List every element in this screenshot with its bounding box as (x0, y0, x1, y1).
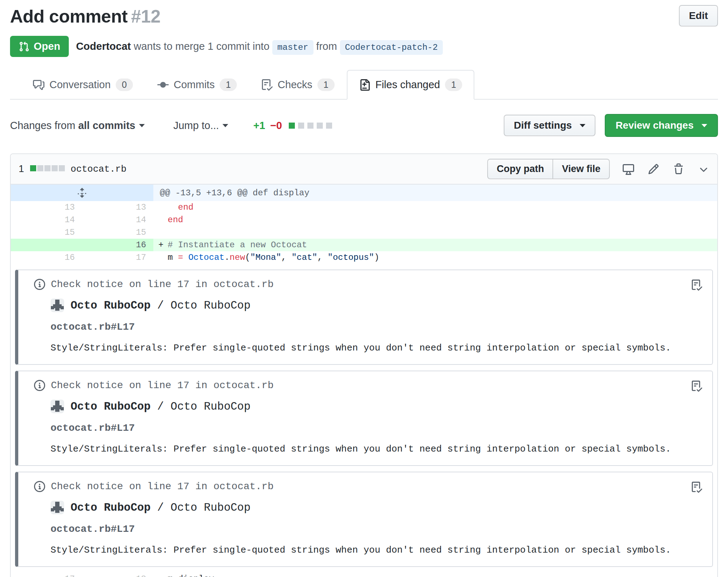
new-line-number[interactable]: 13 (82, 201, 153, 214)
old-line-number[interactable]: 13 (11, 201, 82, 214)
file-diffstat (29, 165, 65, 173)
delete-file-icon[interactable] (673, 163, 684, 175)
diffstat: +1 −0 (253, 120, 332, 132)
diffstat-block (326, 123, 332, 129)
diff-marker (158, 251, 168, 264)
new-line-number[interactable]: 18 (82, 573, 153, 577)
code-cell: m.display (153, 573, 717, 577)
pr-tab-nav: Conversation 0 Commits 1 Checks 1 Files … (10, 70, 718, 100)
tab-count: 1 (220, 78, 237, 91)
status-badge-label: Open (34, 40, 60, 52)
notice-header-text: Check notice on line 17 in octocat.rb (51, 481, 274, 492)
old-line-number[interactable]: 16 (11, 251, 82, 264)
info-icon (34, 279, 45, 290)
code-line: end (168, 215, 183, 225)
changes-from-selection: all commits (78, 120, 135, 132)
chevron-down-icon[interactable] (698, 163, 709, 175)
author-link[interactable]: Codertocat (76, 40, 131, 52)
new-line-number[interactable]: 16 (82, 239, 153, 251)
check-app-link[interactable]: Octo RuboCop / Octo RuboCop (51, 400, 701, 413)
additions-count: +1 (253, 120, 265, 132)
pull-request-page: Add comment#12 Edit Open Codertocat want… (0, 0, 728, 577)
checklist-icon (691, 482, 702, 493)
check-app-link[interactable]: Octo RuboCop / Octo RuboCop (51, 501, 701, 514)
code-cell: m = Octocat.new("Mona", "cat", "octopus"… (153, 251, 717, 264)
code-cell: +# Instantiate a new Octocat (153, 239, 717, 251)
git-pull-request-icon (19, 41, 29, 52)
file-name[interactable]: octocat.rb (71, 164, 126, 175)
rubocop-avatar (51, 400, 64, 413)
tab-label: Checks (278, 79, 312, 91)
caret-down-icon (580, 124, 585, 127)
diff-line-row: 16 +# Instantiate a new Octocat (11, 239, 717, 251)
expand-hunk-button[interactable] (11, 185, 153, 201)
review-changes-button[interactable]: Review changes (605, 114, 718, 137)
notice-header-text: Check notice on line 17 in octocat.rb (51, 279, 274, 290)
edit-button[interactable]: Edit (679, 5, 718, 27)
annotation-message: Style/StringLiterals: Prefer single-quot… (51, 444, 701, 454)
tab-label: Conversation (49, 79, 111, 91)
notice-header-row: Check notice on line 17 in octocat.rb (34, 380, 701, 391)
old-line-number[interactable] (11, 239, 82, 251)
annotation-message: Style/StringLiterals: Prefer single-quot… (51, 545, 701, 555)
edit-file-icon[interactable] (648, 163, 659, 175)
code-line: # Instantiate a new Octocat (168, 240, 307, 250)
old-line-number[interactable]: 15 (11, 226, 82, 239)
diff-rows-bottom: 17 18 m.display (11, 573, 717, 577)
notice-checks-button[interactable] (691, 482, 702, 495)
tab-count: 0 (116, 78, 133, 91)
diffstat-block-added (289, 123, 295, 129)
notice-header-row: Check notice on line 17 in octocat.rb (34, 279, 701, 290)
checklist-icon (261, 79, 273, 91)
copy-path-button[interactable]: Copy path (487, 159, 553, 179)
tab-commits[interactable]: Commits 1 (145, 70, 249, 100)
check-run-name: / Octo RuboCop (150, 400, 250, 413)
check-suite-name: Octo RuboCop (71, 299, 150, 312)
check-suite-name: Octo RuboCop (71, 400, 150, 413)
annotation-message: Style/StringLiterals: Prefer single-quot… (51, 343, 701, 353)
pr-meta: Open Codertocat wants to merge 1 commit … (10, 36, 718, 57)
file-header: 1 octocat.rb Copy path View file (11, 154, 717, 185)
diff-line-row: 15 15 (11, 226, 717, 239)
unfold-icon (77, 187, 87, 198)
diffstat-block (298, 123, 304, 129)
base-branch-label[interactable]: master (272, 40, 313, 55)
annotation-path: octocat.rb#L17 (51, 423, 701, 434)
check-app-link[interactable]: Octo RuboCop / Octo RuboCop (51, 299, 701, 312)
hunk-header-row: @@ -13,5 +13,6 @@ def display (11, 185, 717, 201)
tab-files-changed[interactable]: Files changed 1 (347, 70, 474, 100)
new-line-number[interactable]: 17 (82, 251, 153, 264)
diff-marker (158, 573, 168, 577)
new-line-number[interactable]: 15 (82, 226, 153, 239)
checklist-icon (691, 280, 702, 291)
jump-to-dropdown[interactable]: Jump to... (173, 120, 228, 132)
file-icon-actions (623, 163, 709, 175)
tab-conversation[interactable]: Conversation 0 (21, 70, 145, 100)
diff-settings-button[interactable]: Diff settings (504, 115, 595, 136)
notice-checks-button[interactable] (691, 280, 702, 293)
diff-marker (158, 226, 168, 239)
diffstat-block-added (30, 165, 36, 171)
changes-from-dropdown[interactable]: Changes from all commits (10, 120, 145, 132)
caret-down-icon (139, 124, 145, 127)
file-button-group: Copy path View file (487, 159, 610, 179)
diff-rows-top: 13 13 end 14 14 end 15 15 16 +# Instanti… (11, 201, 717, 264)
caret-down-icon (222, 124, 228, 127)
view-file-button[interactable]: View file (552, 159, 610, 179)
notice-checks-button[interactable] (691, 381, 702, 394)
info-icon (34, 380, 45, 391)
diffstat-block (52, 165, 58, 171)
old-line-number[interactable]: 14 (11, 214, 82, 226)
head-branch-label[interactable]: Codertocat-patch-2 (340, 40, 443, 55)
notice-header-text: Check notice on line 17 in octocat.rb (51, 380, 274, 391)
old-line-number[interactable]: 17 (11, 573, 82, 577)
tab-checks[interactable]: Checks 1 (249, 70, 347, 100)
rich-diff-icon[interactable] (623, 163, 634, 175)
status-badge: Open (10, 36, 69, 57)
pr-number: #12 (131, 6, 161, 27)
jump-to-label: Jump to... (173, 120, 219, 132)
notice-header-row: Check notice on line 17 in octocat.rb (34, 481, 701, 492)
diff-table: @@ -13,5 +13,6 @@ def display 13 13 end … (11, 185, 717, 577)
file-changed-count: 1 (19, 163, 24, 175)
new-line-number[interactable]: 14 (82, 214, 153, 226)
